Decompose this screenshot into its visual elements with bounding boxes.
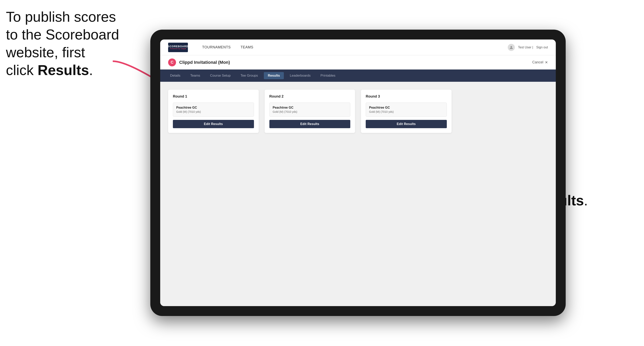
- top-nav: SCOREBOARD Powered by clippd TOURNAMENTS…: [160, 39, 556, 55]
- tab-printables[interactable]: Printables: [316, 72, 340, 79]
- tab-results[interactable]: Results: [264, 72, 284, 79]
- course-detail-2: Gold (M) (7010 yds): [273, 110, 347, 113]
- edit-results-button-1[interactable]: Edit Results: [173, 120, 254, 128]
- logo-bottom-text: Powered by clippd: [170, 48, 186, 50]
- course-card-3: Peachtree GC Gold (M) (7010 yds): [366, 103, 447, 117]
- cancel-button[interactable]: Cancel ✕: [532, 60, 548, 65]
- nav-links: TOURNAMENTS TEAMS: [202, 45, 508, 49]
- course-name-2: Peachtree GC: [273, 106, 347, 109]
- tournament-bar: C Clippd Invitational (Mon) Cancel ✕: [160, 55, 556, 69]
- sign-out-link[interactable]: Sign out: [536, 46, 548, 49]
- logo-top-text: SCOREBOARD: [168, 45, 188, 48]
- course-card-2: Peachtree GC Gold (M) (7010 yds): [270, 103, 350, 117]
- logo-area: SCOREBOARD Powered by clippd: [168, 43, 190, 52]
- round-card-2: Round 2 Peachtree GC Gold (M) (7010 yds)…: [265, 90, 355, 133]
- tournament-icon: C: [168, 58, 176, 66]
- tab-details[interactable]: Details: [166, 72, 184, 79]
- tab-course-setup[interactable]: Course Setup: [206, 72, 234, 79]
- course-detail-1: Gold (M) (7010 yds): [176, 110, 250, 113]
- course-detail-3: Gold (M) (7010 yds): [369, 110, 444, 113]
- svg-point-2: [510, 46, 512, 48]
- round-card-3: Round 3 Peachtree GC Gold (M) (7010 yds)…: [361, 90, 452, 133]
- logo-box: SCOREBOARD Powered by clippd: [168, 43, 188, 52]
- user-name: Test User |: [518, 46, 533, 49]
- nav-tournaments[interactable]: TOURNAMENTS: [202, 45, 230, 49]
- nav-right: Test User | Sign out: [508, 44, 548, 51]
- nav-teams[interactable]: TEAMS: [240, 45, 253, 49]
- tournament-title: Clippd Invitational (Mon): [179, 60, 532, 65]
- course-card-1: Peachtree GC Gold (M) (7010 yds): [173, 103, 254, 117]
- course-name-3: Peachtree GC: [369, 106, 444, 109]
- edit-results-button-3[interactable]: Edit Results: [366, 120, 447, 128]
- rounds-grid: Round 1 Peachtree GC Gold (M) (7010 yds)…: [168, 90, 548, 133]
- close-icon: ✕: [545, 60, 548, 65]
- left-instruction: To publish scores to the Scoreboard webs…: [6, 8, 121, 79]
- sub-nav: Details Teams Course Setup Tee Groups Re…: [160, 69, 556, 82]
- round-2-title: Round 2: [270, 94, 350, 99]
- course-name-1: Peachtree GC: [176, 106, 250, 109]
- round-1-title: Round 1: [173, 94, 254, 99]
- tablet-frame: SCOREBOARD Powered by clippd TOURNAMENTS…: [150, 30, 566, 316]
- edit-results-button-2[interactable]: Edit Results: [270, 120, 350, 128]
- empty-column: [458, 90, 548, 133]
- tab-tee-groups[interactable]: Tee Groups: [236, 72, 262, 79]
- tablet-screen: SCOREBOARD Powered by clippd TOURNAMENTS…: [160, 39, 556, 306]
- content-area: Round 1 Peachtree GC Gold (M) (7010 yds)…: [160, 82, 556, 306]
- round-3-title: Round 3: [366, 94, 447, 99]
- tab-teams[interactable]: Teams: [186, 72, 204, 79]
- round-card-1: Round 1 Peachtree GC Gold (M) (7010 yds)…: [168, 90, 259, 133]
- tab-leaderboards[interactable]: Leaderboards: [286, 72, 314, 79]
- user-icon: [508, 44, 515, 51]
